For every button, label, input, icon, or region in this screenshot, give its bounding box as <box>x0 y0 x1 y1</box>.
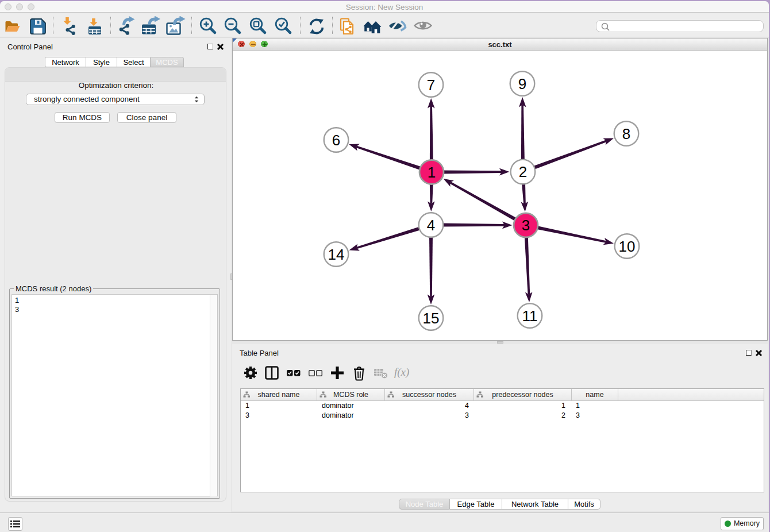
svg-text:15: 15 <box>423 310 440 327</box>
svg-text:4: 4 <box>427 217 435 234</box>
svg-text:7: 7 <box>427 76 435 94</box>
svg-text:14: 14 <box>328 246 345 263</box>
svg-text:11: 11 <box>522 307 538 325</box>
svg-text:10: 10 <box>619 238 636 255</box>
svg-text:6: 6 <box>332 132 340 149</box>
svg-text:1: 1 <box>428 164 436 181</box>
svg-text:9: 9 <box>518 75 526 92</box>
svg-text:3: 3 <box>522 217 530 234</box>
svg-text:8: 8 <box>622 125 630 142</box>
svg-text:2: 2 <box>519 163 527 180</box>
